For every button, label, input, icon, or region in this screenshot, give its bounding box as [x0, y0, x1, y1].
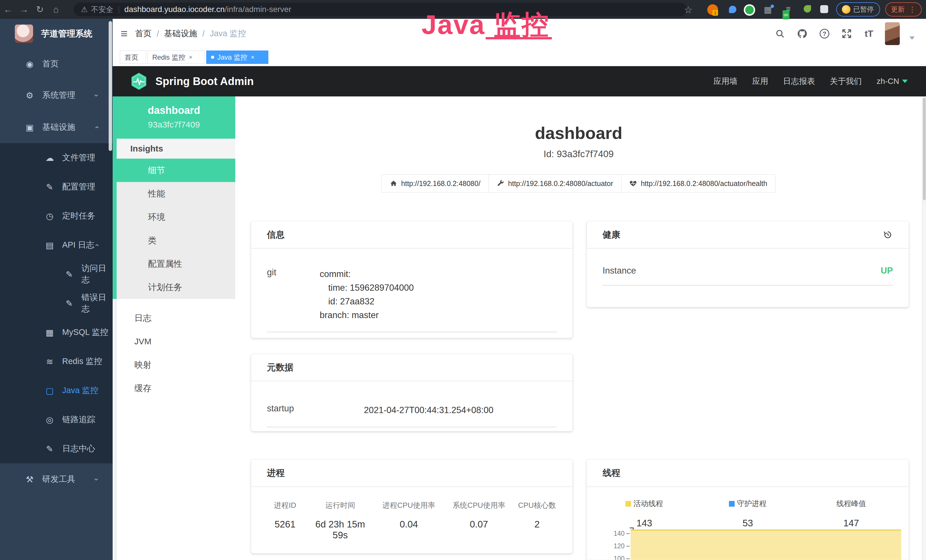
fullscreen-icon[interactable] — [840, 27, 853, 40]
home-icon[interactable]: ⌂ — [48, 4, 64, 15]
sidebar-item-access-log[interactable]: ✎ 访问日志 — [0, 260, 113, 289]
sidebar-item-log-center[interactable]: ✎ 日志中心 — [0, 434, 113, 463]
instance-header[interactable]: dashboard 93a3fc7f7409 — [113, 97, 235, 139]
card-title: 信息 — [251, 221, 572, 248]
sidebar-item-java-monitor[interactable]: ▢ Java 监控 — [0, 376, 113, 405]
sidebar-item-label: 研发工具 — [42, 474, 75, 485]
sba-item-environment[interactable]: 环境 — [117, 206, 235, 229]
search-icon[interactable] — [774, 27, 786, 40]
admin-sidebar: 芋道管理系统 ◉ 首页 ⚙ 系统管理 › ▣ 基础设施 › ☁ 文件管理 ✎ 配… — [0, 19, 113, 560]
bookmark-star-icon[interactable]: ☆ — [684, 4, 692, 15]
not-secure-label[interactable]: 不安全 — [91, 5, 113, 15]
app-logo-image — [15, 24, 33, 43]
health-instance-row: Instance UP — [602, 266, 893, 286]
app-logo[interactable]: 芋道管理系统 — [0, 19, 113, 48]
tab-home[interactable]: 首页 — [120, 50, 146, 64]
close-icon[interactable]: × — [189, 54, 192, 61]
sidebar-item-error-log[interactable]: ✎ 错误日志 — [0, 289, 113, 318]
url-host: dashboard.yudao.iocoder.cn — [124, 5, 225, 14]
sba-item-caches[interactable]: 缓存 — [117, 377, 235, 400]
hamburger-icon[interactable]: ≡ — [121, 27, 128, 41]
sidebar-item-config[interactable]: ✎ 配置管理 — [0, 172, 113, 201]
column-header: 运行时间 — [307, 500, 373, 510]
sidebar-item-label: 链路追踪 — [62, 414, 95, 425]
sidebar-item-files[interactable]: ☁ 文件管理 — [0, 143, 113, 172]
back-icon[interactable]: ← — [0, 4, 16, 15]
service-url-button[interactable]: http://192.168.0.2:48080/ — [381, 174, 489, 192]
avatar-caret-icon[interactable] — [909, 36, 915, 40]
extension-icon[interactable] — [744, 4, 755, 16]
user-avatar[interactable] — [885, 22, 900, 45]
chrome-update-button[interactable]: 更新 ⋮ — [885, 2, 922, 17]
sidebar-item-system[interactable]: ⚙ 系统管理 › — [0, 79, 113, 111]
navbar-actions: ? tT — [774, 22, 926, 45]
sba-item-metrics[interactable]: 性能 — [117, 182, 235, 206]
card-title: 元数据 — [251, 354, 572, 381]
document-icon: ▤ — [43, 240, 56, 250]
reload-icon[interactable]: ↻ — [32, 4, 48, 15]
forward-icon[interactable]: → — [16, 4, 32, 15]
chevron-down-icon — [902, 80, 908, 83]
health-url-button[interactable]: http://192.168.0.2:48080/actuator/health — [621, 174, 775, 192]
sba-item-details[interactable]: 细节 — [117, 159, 235, 182]
sidebar-scrollbar[interactable] — [109, 21, 112, 151]
breadcrumb-home[interactable]: 首页 — [135, 28, 152, 39]
sba-item-scheduled-tasks[interactable]: 计划任务 — [117, 275, 235, 299]
live-threads-swatch — [625, 501, 631, 507]
sidebar-item-mysql[interactable]: ▦ MySQL 监控 — [0, 318, 113, 347]
extensions-puzzle-icon[interactable] — [820, 5, 828, 13]
y-tick: 100 — [599, 555, 625, 560]
annotation-underline — [486, 37, 552, 39]
screen: ← → ↻ ⌂ ⚠ 不安全 | dashboard.yudao.iocoder.… — [0, 0, 926, 560]
sba-nav-applications[interactable]: 应用 — [752, 76, 768, 87]
locale-selector[interactable]: zh-CN — [877, 77, 908, 86]
sba-brand-title[interactable]: Spring Boot Admin — [156, 75, 254, 88]
sidebar-group-insights[interactable]: Insights — [117, 139, 235, 159]
tab-java-monitor[interactable]: Java 监控 × — [206, 50, 268, 64]
git-line: id: 27aa832 — [320, 295, 557, 309]
process-card-title: 进程 — [267, 467, 284, 479]
tab-redis-monitor[interactable]: Redis 监控 × — [147, 50, 204, 64]
sidebar-scroll-track[interactable] — [113, 299, 117, 560]
instance-id-line: Id: 93a3fc7f7409 — [235, 148, 922, 159]
sba-nav-wallboard[interactable]: 应用墙 — [714, 76, 737, 87]
sba-item-mappings[interactable]: 映射 — [117, 353, 235, 377]
content-scrollbar[interactable] — [922, 97, 926, 560]
sidebar-item-api-log[interactable]: ▤ API 日志 › — [0, 230, 113, 260]
sba-item-logs[interactable]: 日志 — [117, 306, 235, 330]
row-label: Instance — [602, 266, 636, 276]
breadcrumb-separator: / — [157, 29, 159, 38]
breadcrumb-infra[interactable]: 基础设施 — [164, 28, 197, 39]
address-bar[interactable]: ⚠ 不安全 | dashboard.yudao.iocoder.cn/infra… — [74, 3, 687, 16]
spring-boot-admin-logo-icon — [130, 72, 148, 91]
history-icon[interactable] — [883, 230, 893, 240]
sba-item-config-props[interactable]: 配置属性 — [117, 252, 235, 275]
legend-value: 147 — [799, 518, 903, 529]
sidebar-item-infra[interactable]: ▣ 基础设施 › — [0, 111, 113, 143]
sidebar-item-jobs[interactable]: ◷ 定时任务 — [0, 201, 113, 230]
scrollbar-thumb[interactable] — [923, 98, 926, 200]
sba-nav-journal[interactable]: 日志报表 — [783, 76, 815, 87]
font-size-icon[interactable]: tT — [863, 27, 875, 40]
close-icon[interactable]: × — [251, 54, 254, 61]
sidebar-item-tracing[interactable]: ◎ 链路追踪 — [0, 405, 113, 434]
info-card: 信息 git commit: time: 1596289704000 id: 2… — [251, 221, 573, 338]
live-threads-area — [631, 530, 901, 560]
extension-icon[interactable] — [803, 5, 811, 12]
extension-icon[interactable]: 1 — [707, 4, 718, 15]
github-icon[interactable] — [796, 27, 808, 40]
profile-paused-chip[interactable]: 已暂停 — [836, 2, 880, 17]
sba-nav-about[interactable]: 关于我们 — [830, 76, 862, 87]
sba-item-jvm[interactable]: JVM — [117, 330, 235, 353]
info-card-title: 信息 — [267, 229, 284, 241]
extension-icon[interactable]: ▦ — [764, 5, 773, 14]
browser-menu-icon[interactable]: ⋮ — [909, 5, 916, 14]
help-icon[interactable]: ? — [818, 27, 831, 40]
sba-item-classes[interactable]: 类 — [117, 229, 235, 252]
extension-icon[interactable]: ≡on — [783, 5, 793, 13]
actuator-url-button[interactable]: http://192.168.0.2:48080/actuator — [489, 174, 622, 192]
extension-icon[interactable] — [729, 6, 736, 13]
sidebar-item-dev-tools[interactable]: ⚒ 研发工具 › — [0, 463, 113, 495]
sidebar-item-home[interactable]: ◉ 首页 — [0, 48, 113, 79]
sidebar-item-redis[interactable]: ≋ Redis 监控 — [0, 347, 113, 376]
